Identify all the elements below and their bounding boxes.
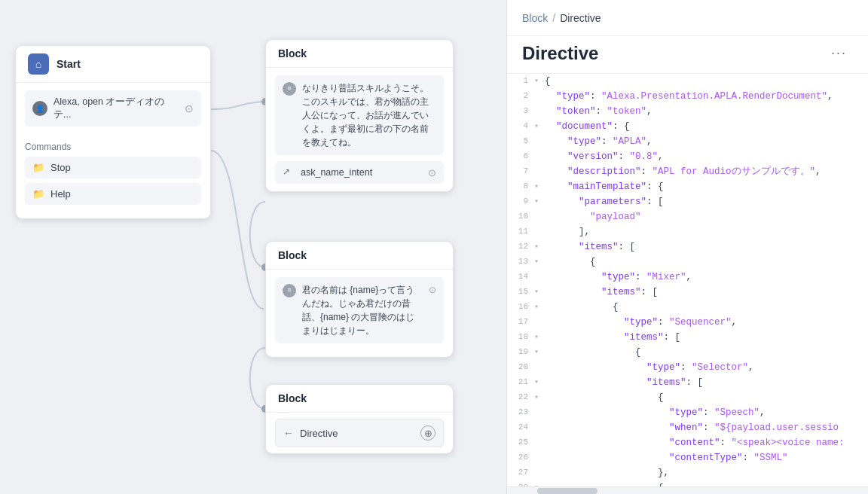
commands-label: Commands <box>25 139 201 157</box>
scrollbar-thumb[interactable] <box>537 488 598 494</box>
code-line: 15 ▾ "items": [ <box>507 285 868 300</box>
right-panel: Block / Directive Directive ··· 1 ▾ { 2 … <box>506 0 868 494</box>
block-node-1-intent[interactable]: ↗ ask_name_intent ⊙ <box>275 161 444 184</box>
breadcrumb-block-link[interactable]: Block <box>522 12 548 24</box>
code-line: 2 "type": "Alexa.Presentation.APLA.Rende… <box>507 89 868 104</box>
block-node-3-title: Block <box>278 392 307 404</box>
start-intent-close[interactable]: ⊙ <box>185 102 194 114</box>
code-line: 11 ], <box>507 224 868 239</box>
help-label: Help <box>50 188 71 200</box>
folder-icon: 📁 <box>32 162 44 173</box>
directive-item[interactable]: ← Directive ⊕ <box>275 419 444 447</box>
block-node-1-intent-label: ask_name_intent <box>301 167 372 178</box>
start-intent-label: Alexa, open オーディオのテ... <box>53 96 179 121</box>
block-node-2: Block ≡ 君の名前は {name}って言うんだね。じゃあ君だけの昔話、{n… <box>265 241 454 358</box>
block-node-3: Block ← Directive ⊕ <box>265 384 454 454</box>
block-node-2-content: ≡ 君の名前は {name}って言うんだね。じゃあ君だけの昔話、{name} の… <box>266 270 453 357</box>
code-line: 17 "type": "Sequencer", <box>507 315 868 330</box>
code-line: 1 ▾ { <box>507 74 868 89</box>
speech-icon: ≡ <box>283 82 296 96</box>
block-node-1-text: ≡ なりきり昔話スキルようこそ。このスキルでは、君が物語の主人公になって、お話が… <box>275 75 444 155</box>
stop-label: Stop <box>50 162 71 173</box>
start-node-header: ⌂ Start <box>16 46 210 83</box>
code-line: 7 "description": "APL for Audioのサンプルです。"… <box>507 164 868 179</box>
code-line: 28 ▾ { <box>507 480 868 486</box>
code-line: 16 ▾ { <box>507 300 868 315</box>
code-line: 19 ▾ { <box>507 345 868 360</box>
block-node-1-header: Block <box>266 40 453 68</box>
code-line: 5 "type": "APLA", <box>507 134 868 149</box>
code-line: 26 "contentType": "SSML" <box>507 450 868 465</box>
code-line: 14 "type": "Mixer", <box>507 270 868 285</box>
block-node-1-content: ≡ なりきり昔話スキルようこそ。このスキルでは、君が物語の主人公になって、お話が… <box>266 68 453 191</box>
speech-icon-2: ≡ <box>283 284 296 297</box>
code-line: 24 "when": "${payload.user.sessio <box>507 420 868 435</box>
code-line: 8 ▾ "mainTemplate": { <box>507 179 868 194</box>
home-icon: ⌂ <box>28 53 49 75</box>
commands-section: Commands 📁 Stop 📁 Help <box>16 134 210 218</box>
block-intent-close[interactable]: ⊙ <box>428 167 436 178</box>
start-node-title: Start <box>57 58 81 70</box>
code-line: 3 "token": "token", <box>507 104 868 119</box>
code-line: 9 ▾ "parameters": [ <box>507 194 868 209</box>
code-line: 4 ▾ "document": { <box>507 119 868 134</box>
block-node-3-header: Block <box>266 385 453 413</box>
flow-canvas: ⌂ Start 👤 Alexa, open オーディオのテ... ⊙ Comma… <box>0 0 506 494</box>
block-node-2-close[interactable]: ⊙ <box>429 283 436 297</box>
directive-arrow-icon: ← <box>283 427 294 439</box>
code-line: 25 "content": "<speak><voice name: <box>507 435 868 450</box>
stop-command[interactable]: 📁 Stop <box>25 157 201 178</box>
block-node-1-title: Block <box>278 47 307 59</box>
directive-label: Directive <box>300 428 338 439</box>
block-node-2-text: ≡ 君の名前は {name}って言うんだね。じゃあ君だけの昔話、{name} の… <box>275 277 444 343</box>
breadcrumb: Block / Directive <box>507 0 868 36</box>
breadcrumb-separator: / <box>552 12 555 24</box>
start-node: ⌂ Start 👤 Alexa, open オーディオのテ... ⊙ Comma… <box>15 45 211 219</box>
code-line: 13 ▾ { <box>507 255 868 270</box>
breadcrumb-current: Directive <box>560 12 601 24</box>
more-options-button[interactable]: ··· <box>825 42 853 64</box>
horizontal-scrollbar[interactable] <box>507 486 868 494</box>
code-line: 23 "type": "Speech", <box>507 405 868 420</box>
code-line: 18 ▾ "items": [ <box>507 330 868 345</box>
intent-arrow-icon: ↗ <box>283 166 295 178</box>
intent-user-icon: 👤 <box>32 101 47 116</box>
folder-icon-2: 📁 <box>32 188 44 200</box>
directive-plus-button[interactable]: ⊕ <box>420 425 436 441</box>
help-command[interactable]: 📁 Help <box>25 183 201 205</box>
code-line: 12 ▾ "items": [ <box>507 239 868 255</box>
block-node-2-header: Block <box>266 242 453 270</box>
start-intent-item[interactable]: 👤 Alexa, open オーディオのテ... ⊙ <box>25 90 201 127</box>
block-node-1-speech: なりきり昔話スキルようこそ。このスキルでは、君が物語の主人公になって、お話が進ん… <box>302 81 436 149</box>
code-line: 10 "payload" <box>507 209 868 224</box>
block-node-1: Block ≡ なりきり昔話スキルようこそ。このスキルでは、君が物語の主人公にな… <box>265 39 454 192</box>
right-panel-title: Directive <box>522 43 598 64</box>
code-line: 21 ▾ "items": [ <box>507 375 868 390</box>
code-line: 22 ▾ { <box>507 390 868 405</box>
code-editor[interactable]: 1 ▾ { 2 "type": "Alexa.Presentation.APLA… <box>507 74 868 486</box>
code-line: 27 }, <box>507 465 868 480</box>
right-panel-header: Directive ··· <box>507 36 868 74</box>
block-node-2-speech: 君の名前は {name}って言うんだね。じゃあ君だけの昔話、{name} の大冒… <box>302 283 423 337</box>
code-line: 20 "type": "Selector", <box>507 360 868 375</box>
code-line: 6 "version": "0.8", <box>507 149 868 164</box>
block-node-2-title: Block <box>278 249 307 261</box>
